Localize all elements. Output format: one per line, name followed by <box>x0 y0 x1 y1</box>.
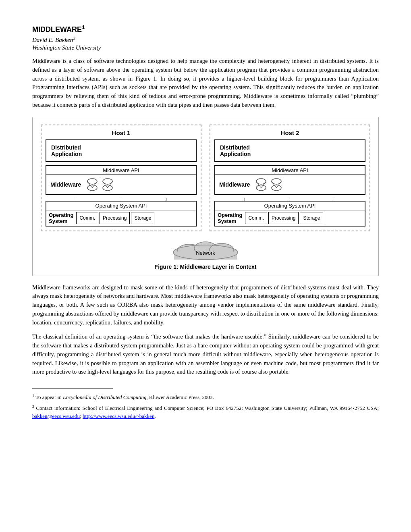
host2-middleware-area: Middleware API Middleware <box>214 165 365 195</box>
footnote-2-url[interactable]: http://www.eecs.wsu.edu/~bakken <box>83 413 154 419</box>
host1-middleware-api-label: Middleware API <box>46 166 196 175</box>
svg-line-6 <box>108 181 112 188</box>
svg-line-10 <box>261 181 266 188</box>
author-institution: Washington State University <box>32 44 379 51</box>
network-row: Network <box>41 237 370 261</box>
host2-processing: Processing <box>268 212 299 224</box>
host2-os-api-label: Operating System API <box>215 202 365 210</box>
host1-comm: Comm. <box>76 212 98 224</box>
host1-middleware-row: Middleware <box>46 175 196 194</box>
paragraph-1: Middleware is a class of software techno… <box>32 57 379 110</box>
footnote-1: 1 To appear in Encyclopedia of Distribut… <box>32 393 379 401</box>
host1-os-row: OperatingSystem Comm. Processing Storage <box>46 210 196 226</box>
footnote-2-email[interactable]: bakken@eecs.wsu.edu <box>32 413 80 419</box>
host1-os-label: OperatingSystem <box>49 212 73 224</box>
host-1-box: Host 1 DistributedApplication Middleware… <box>41 125 201 231</box>
host1-middleware-label: Middleware <box>50 181 81 188</box>
host1-os-api-label: Operating System API <box>46 202 196 210</box>
svg-line-1 <box>87 181 92 188</box>
svg-text:Network: Network <box>196 250 215 256</box>
author-name: David E. Bakken2 <box>32 35 379 44</box>
figure-hosts: Host 1 DistributedApplication Middleware… <box>41 125 370 231</box>
host1-processing: Processing <box>100 212 130 224</box>
host2-storage: Storage <box>300 212 323 224</box>
host-2-title: Host 2 <box>214 129 365 136</box>
host2-middleware-icons <box>254 177 286 192</box>
host2-middleware-api-label: Middleware API <box>215 166 365 175</box>
svg-line-13 <box>272 181 276 188</box>
host2-comm: Comm. <box>245 212 267 224</box>
cloud-svg: Network <box>165 237 246 261</box>
paragraph-2: Middleware frameworks are designed to ma… <box>32 283 379 327</box>
svg-line-14 <box>276 181 281 188</box>
host-1-title: Host 1 <box>46 129 197 136</box>
host1-dist-app: DistributedApplication <box>46 139 197 162</box>
figure-caption: Figure 1: Middleware Layer in Context <box>41 264 370 270</box>
host1-os-area: Operating System API OperatingSystem Com… <box>46 201 197 227</box>
svg-line-9 <box>256 181 261 188</box>
footnote-2: 2 Contact information: School of Electri… <box>32 404 379 420</box>
host1-middleware-icons <box>85 177 117 192</box>
host1-middleware-area: Middleware API Middleware <box>46 165 197 195</box>
host2-middleware-row: Middleware <box>215 175 365 194</box>
host1-storage: Storage <box>131 212 154 224</box>
host2-os-label: OperatingSystem <box>218 212 242 224</box>
host2-os-area: Operating System API OperatingSystem Com… <box>214 201 365 227</box>
figure-1: Host 1 DistributedApplication Middleware… <box>32 117 379 276</box>
host2-middleware-label: Middleware <box>219 181 250 188</box>
network-cloud: Network <box>165 237 246 261</box>
host-2-box: Host 2 DistributedApplication Middleware… <box>210 125 370 231</box>
paragraph-3: The classical definition of an operating… <box>32 332 379 376</box>
host2-dist-app: DistributedApplication <box>214 139 365 162</box>
svg-line-2 <box>92 181 97 188</box>
svg-line-5 <box>103 181 108 188</box>
footnote-separator <box>32 389 113 389</box>
host2-os-row: OperatingSystem Comm. Processing Storage <box>215 210 365 226</box>
page-title: MIDDLEWARE1 <box>32 24 379 34</box>
